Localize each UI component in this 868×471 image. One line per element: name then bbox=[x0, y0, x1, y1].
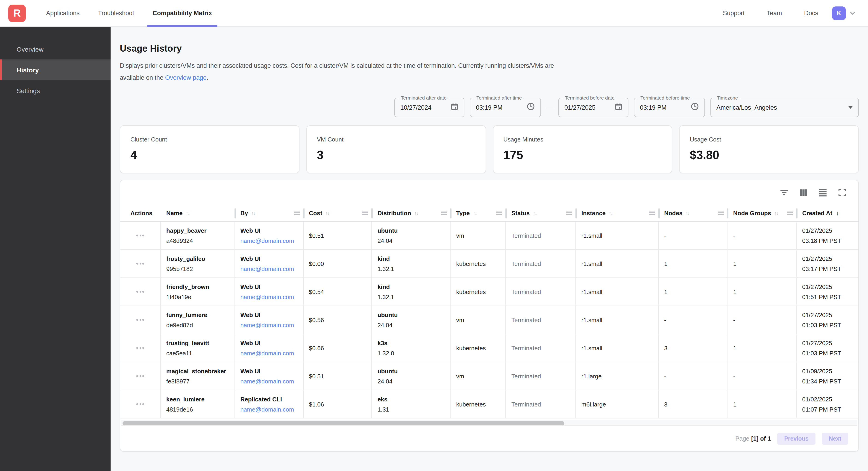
column-menu-icon[interactable] bbox=[294, 211, 300, 215]
sort-icon[interactable]: ↑↓ bbox=[774, 211, 778, 216]
nav-link-team[interactable]: Team bbox=[767, 10, 782, 17]
row-actions-button[interactable] bbox=[134, 260, 146, 267]
chevron-down-icon[interactable] bbox=[849, 10, 856, 17]
clock-icon[interactable] bbox=[691, 102, 699, 113]
row-actions-button[interactable] bbox=[134, 401, 146, 408]
sort-icon[interactable]: ↑↓ bbox=[473, 211, 476, 216]
sort-icon[interactable]: ↑↓ bbox=[326, 211, 329, 216]
column-menu-icon[interactable] bbox=[496, 211, 502, 215]
avatar[interactable]: K bbox=[832, 6, 846, 20]
horizontal-scrollbar[interactable] bbox=[121, 420, 858, 426]
dropdown-arrow-icon[interactable] bbox=[848, 106, 853, 109]
columns-icon[interactable] bbox=[799, 188, 808, 197]
fullscreen-icon[interactable] bbox=[838, 188, 846, 197]
status-cell: Terminated bbox=[506, 334, 576, 362]
instance-value: r1.small bbox=[582, 232, 653, 239]
type-cell: kubernetes bbox=[451, 250, 506, 277]
distribution-name: ubuntu bbox=[378, 367, 445, 375]
column-header-status[interactable]: Status ↑↓ bbox=[506, 205, 576, 221]
nav-link-support[interactable]: Support bbox=[723, 10, 745, 17]
created-by-email-link[interactable]: name@domain.com bbox=[240, 378, 298, 385]
created-date: 01/27/2025 bbox=[802, 227, 853, 234]
column-label: Nodes bbox=[664, 210, 682, 216]
sidebar-item-overview[interactable]: Overview bbox=[0, 39, 111, 59]
by-cell: Web UI name@domain.com bbox=[235, 278, 303, 305]
density-icon[interactable] bbox=[819, 188, 827, 197]
column-header-instance[interactable]: Instance ↑↓ bbox=[576, 205, 659, 221]
column-header-cost[interactable]: Cost ↑↓ bbox=[303, 205, 372, 221]
column-header-nodes[interactable]: Nodes ↑↓ bbox=[659, 205, 728, 221]
calendar-icon[interactable] bbox=[451, 102, 458, 112]
distribution-version: 1.32.0 bbox=[378, 350, 445, 356]
filter-icon[interactable] bbox=[780, 188, 788, 197]
tab-troubleshoot[interactable]: Troubleshoot bbox=[89, 0, 144, 26]
calendar-icon[interactable] bbox=[615, 102, 622, 112]
replicated-logo[interactable]: R bbox=[8, 4, 26, 22]
column-header-by[interactable]: By ↑↓ bbox=[235, 205, 303, 221]
terminated-after-time-field[interactable]: Terminated after time 03:19 PM bbox=[470, 98, 541, 117]
sidebar-item-history[interactable]: History bbox=[0, 59, 111, 80]
created-time: 01:34 PM PST bbox=[802, 378, 853, 385]
created-at-cell: 01/27/2025 01:03 PM PST bbox=[797, 306, 858, 334]
column-menu-icon[interactable] bbox=[362, 211, 368, 215]
column-header-type[interactable]: Type ↑↓ bbox=[451, 205, 506, 221]
next-page-button[interactable]: Next bbox=[822, 433, 848, 444]
row-actions-button[interactable] bbox=[134, 345, 146, 352]
row-actions-button[interactable] bbox=[134, 288, 146, 295]
terminated-before-date-field[interactable]: Terminated before date 01/27/2025 bbox=[558, 98, 628, 117]
nav-link-docs[interactable]: Docs bbox=[804, 10, 818, 17]
instance-value: r1.small bbox=[582, 288, 653, 295]
column-header-distribution[interactable]: Distribution ↑↓ bbox=[372, 205, 451, 221]
status-cell: Terminated bbox=[506, 278, 576, 305]
terminated-after-date-field[interactable]: Terminated after date 10/27/2024 bbox=[394, 98, 464, 117]
node-groups-value: 1 bbox=[733, 345, 791, 351]
created-by-email-link[interactable]: name@domain.com bbox=[240, 350, 298, 356]
sort-icon[interactable]: ↑↓ bbox=[414, 211, 418, 216]
timezone-select[interactable]: Timezone America/Los_Angeles bbox=[710, 98, 859, 117]
sort-icon[interactable]: ↑↓ bbox=[533, 211, 536, 216]
cluster-name: frosty_galileo bbox=[166, 255, 229, 262]
cluster-id: a48d9324 bbox=[166, 237, 229, 244]
distribution-name: kind bbox=[378, 283, 445, 290]
sort-icon[interactable]: ↑↓ bbox=[609, 211, 613, 216]
node-groups-cell: - bbox=[728, 222, 797, 249]
overview-page-link[interactable]: Overview page bbox=[165, 74, 207, 81]
column-header-node-groups[interactable]: Node Groups ↑↓ bbox=[728, 205, 797, 221]
terminated-before-time-field[interactable]: Terminated before time 03:19 PM bbox=[634, 98, 705, 117]
column-header-created-at[interactable]: Created At ↓ bbox=[797, 205, 858, 221]
created-by-email-link[interactable]: name@domain.com bbox=[240, 293, 298, 300]
cost-value: $0.56 bbox=[309, 316, 366, 323]
sort-desc-icon[interactable]: ↓ bbox=[836, 210, 839, 216]
tab-applications[interactable]: Applications bbox=[37, 0, 89, 26]
row-actions-button[interactable] bbox=[134, 373, 146, 380]
created-date: 01/27/2025 bbox=[802, 283, 853, 290]
created-time: 03:18 PM PST bbox=[802, 237, 853, 244]
created-by-email-link[interactable]: name@domain.com bbox=[240, 321, 298, 328]
logo-letter: R bbox=[13, 7, 21, 19]
column-menu-icon[interactable] bbox=[441, 211, 447, 215]
column-menu-icon[interactable] bbox=[787, 211, 793, 215]
created-by-email-link[interactable]: name@domain.com bbox=[240, 237, 298, 244]
distribution-cell: eks 1.31 bbox=[372, 390, 451, 418]
row-actions-button[interactable] bbox=[134, 232, 146, 239]
row-actions-button[interactable] bbox=[134, 316, 146, 324]
cluster-name: magical_stonebraker bbox=[166, 367, 229, 375]
created-by-email-link[interactable]: name@domain.com bbox=[240, 406, 298, 413]
column-menu-icon[interactable] bbox=[649, 211, 655, 215]
clock-icon[interactable] bbox=[527, 102, 535, 113]
cluster-name: keen_lumiere bbox=[166, 396, 229, 403]
sidebar-item-settings[interactable]: Settings bbox=[0, 80, 111, 101]
previous-page-button[interactable]: Previous bbox=[777, 433, 815, 444]
status-cell: Terminated bbox=[506, 390, 576, 418]
column-header-name[interactable]: Name ↑↓ bbox=[161, 205, 235, 221]
tab-compatibility-matrix[interactable]: Compatibility Matrix bbox=[143, 0, 221, 26]
created-by-email-link[interactable]: name@domain.com bbox=[240, 265, 298, 272]
sort-icon[interactable]: ↑↓ bbox=[186, 211, 190, 216]
scrollbar-thumb[interactable] bbox=[123, 421, 564, 425]
column-header-actions: Actions bbox=[120, 205, 161, 221]
cost-cell: $0.00 bbox=[303, 250, 372, 277]
sort-icon[interactable]: ↑↓ bbox=[686, 211, 689, 216]
column-menu-icon[interactable] bbox=[718, 211, 724, 215]
column-menu-icon[interactable] bbox=[566, 211, 572, 215]
sort-icon[interactable]: ↑↓ bbox=[251, 211, 255, 216]
